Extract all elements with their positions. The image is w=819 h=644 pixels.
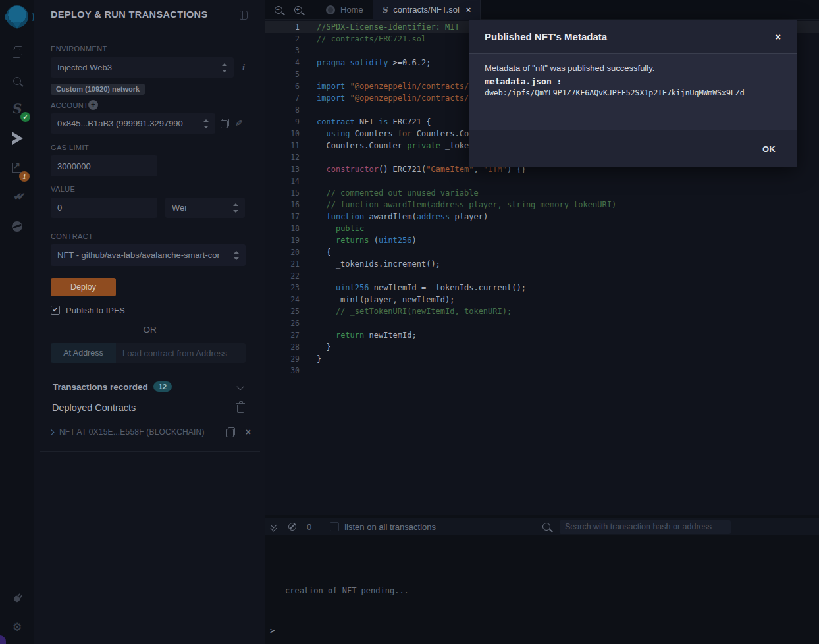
search-icon[interactable] bbox=[0, 70, 34, 92]
modal-ok-button[interactable]: OK bbox=[762, 144, 776, 154]
code-text bbox=[300, 153, 317, 162]
modal-close-icon[interactable]: × bbox=[775, 31, 781, 42]
tab-nft-sol[interactable]: S contracts/NFT.sol × bbox=[373, 0, 481, 20]
deploy-run-panel: DEPLOY & RUN TRANSACTIONS ENVIRONMENT In… bbox=[34, 0, 265, 644]
terminal-prompt: > bbox=[270, 626, 275, 635]
remove-contract-icon[interactable]: × bbox=[246, 427, 251, 437]
remix-logo-icon[interactable] bbox=[6, 5, 28, 28]
documentation-icon[interactable] bbox=[240, 11, 248, 20]
at-address-button[interactable]: At Address bbox=[51, 343, 116, 363]
at-address-input[interactable] bbox=[122, 348, 239, 358]
code-text: return newItemId; bbox=[300, 331, 417, 340]
code-text: returns (uint256) bbox=[300, 236, 417, 245]
contract-label: CONTRACT bbox=[51, 232, 93, 240]
listen-all-checkbox[interactable] bbox=[330, 522, 339, 531]
line-number: 14 bbox=[265, 175, 300, 187]
tab-home[interactable]: Home bbox=[317, 0, 373, 20]
remix-ide: S ✔ 1 ✔✔ ⚙ DEPLOY & RUN TRANSACTIONS ENV… bbox=[0, 0, 819, 644]
code-text: function awardItem(address player) bbox=[300, 212, 488, 221]
code-text: } bbox=[300, 354, 321, 363]
line-number: 18 bbox=[265, 223, 300, 234]
unit-testing-icon[interactable]: ✔✔ bbox=[0, 185, 34, 207]
icon-bar: S ✔ 1 ✔✔ ⚙ bbox=[0, 0, 34, 644]
copy-contract-icon[interactable] bbox=[226, 427, 235, 437]
close-tab-icon[interactable]: × bbox=[466, 5, 471, 14]
value-input[interactable] bbox=[57, 203, 151, 213]
select-arrows-icon bbox=[232, 203, 238, 213]
code-text: using Counters for Counters.Counter; bbox=[300, 129, 498, 138]
code-text: public bbox=[300, 224, 364, 233]
tab-bar: − + Home S contracts/NFT.sol × bbox=[265, 0, 819, 20]
code-line[interactable]: 14 bbox=[265, 175, 819, 187]
code-line[interactable]: 28 } bbox=[265, 341, 819, 353]
terminal-expand-icon[interactable] bbox=[271, 523, 277, 531]
code-line[interactable]: 18 public bbox=[265, 223, 819, 234]
code-line[interactable]: 20 { bbox=[265, 246, 819, 258]
analytics-icon[interactable]: 1 bbox=[0, 157, 34, 179]
deployed-contract-row[interactable]: NFT AT 0X15E...E558F (BLOCKCHAIN) × bbox=[49, 427, 251, 437]
terminal-output[interactable]: creation of NFT pending... > bbox=[265, 535, 819, 644]
debugger-icon[interactable] bbox=[0, 215, 34, 238]
account-select[interactable]: 0x845...B1aB3 (999991.3297990 bbox=[51, 113, 215, 134]
value-unit-select[interactable]: Wei bbox=[165, 198, 245, 218]
code-line[interactable]: 29} bbox=[265, 353, 819, 365]
solidity-compiler-icon[interactable]: S ✔ bbox=[0, 97, 34, 120]
code-line[interactable]: 24 _mint(player, newItemId); bbox=[265, 294, 819, 306]
code-text bbox=[300, 271, 317, 281]
deploy-button[interactable]: Deploy bbox=[51, 278, 116, 296]
info-icon[interactable]: i bbox=[242, 63, 245, 73]
code-text: // function awardItem(address player, st… bbox=[300, 200, 616, 209]
copy-account-icon[interactable] bbox=[221, 119, 229, 128]
code-text: Counters.Counter private _tokenIds; bbox=[300, 141, 492, 150]
gas-limit-input[interactable] bbox=[57, 161, 151, 171]
code-text: //SPDX-License-Identifier: MIT bbox=[300, 22, 460, 32]
contract-select[interactable]: NFT - github/ava-labs/avalanche-smart-co… bbox=[51, 244, 246, 266]
code-line[interactable]: 21 _tokenIds.increment(); bbox=[265, 258, 819, 270]
modal-body: Metadata of "nft" was published successf… bbox=[469, 54, 797, 130]
code-text: // commented out unused variable bbox=[300, 188, 479, 198]
code-text: } bbox=[300, 342, 331, 352]
transactions-recorded-row[interactable]: Transactions recorded 12 bbox=[53, 381, 172, 392]
compiler-success-badge: ✔ bbox=[20, 112, 30, 122]
code-line[interactable]: 23 uint256 newItemId = _tokenIds.current… bbox=[265, 282, 819, 294]
code-line[interactable]: 16 // function awardItem(address player,… bbox=[265, 199, 819, 211]
zoom-in-icon[interactable]: + bbox=[294, 6, 302, 14]
plugin-manager-icon[interactable] bbox=[0, 587, 34, 609]
add-account-icon[interactable]: + bbox=[88, 100, 98, 110]
chevron-down-icon[interactable] bbox=[236, 383, 244, 390]
code-line[interactable]: 17 function awardItem(address player) bbox=[265, 211, 819, 223]
environment-label: ENVIRONMENT bbox=[51, 45, 107, 53]
modal-footer: OK bbox=[469, 130, 797, 167]
code-text: contract NFT is ERC721 { bbox=[300, 117, 431, 126]
terminal-search-input[interactable] bbox=[565, 522, 726, 531]
published-metadata-modal: Published NFT's Metadata × Metadata of "… bbox=[469, 20, 797, 167]
zoom-out-icon[interactable]: − bbox=[275, 6, 282, 14]
terminal-bar: 0 listen on all transactions bbox=[265, 518, 819, 535]
line-number: 17 bbox=[265, 211, 300, 223]
code-line[interactable]: 30 bbox=[265, 365, 819, 377]
modal-title: Published NFT's Metadata bbox=[485, 31, 775, 42]
line-number: 22 bbox=[265, 270, 300, 282]
line-number: 12 bbox=[265, 151, 300, 163]
caret-right-icon[interactable] bbox=[48, 429, 55, 435]
code-line[interactable]: 15 // commented out unused variable bbox=[265, 187, 819, 199]
trash-icon[interactable] bbox=[237, 405, 244, 413]
modal-file-label: metadata.json : bbox=[485, 76, 781, 86]
code-line[interactable]: 19 returns (uint256) bbox=[265, 234, 819, 246]
gas-limit-label: GAS LIMIT bbox=[51, 144, 89, 151]
environment-select[interactable]: Injected Web3 bbox=[51, 57, 234, 78]
settings-icon[interactable]: ⚙ bbox=[0, 616, 34, 638]
code-line[interactable]: 26 bbox=[265, 317, 819, 329]
code-line[interactable]: 25 // _setTokenURI(newItemId, tokenURI); bbox=[265, 306, 819, 317]
terminal-search-field bbox=[560, 520, 731, 534]
code-line[interactable]: 22 bbox=[265, 270, 819, 282]
solidity-file-icon: S bbox=[381, 5, 388, 14]
deploy-run-icon[interactable] bbox=[0, 127, 34, 149]
edit-account-icon[interactable]: ✎ bbox=[235, 118, 243, 128]
select-arrows-icon bbox=[221, 63, 227, 72]
code-line[interactable]: 27 return newItemId; bbox=[265, 329, 819, 341]
file-explorer-icon[interactable] bbox=[0, 40, 34, 63]
clear-terminal-icon[interactable] bbox=[288, 523, 296, 531]
publish-ipfs-checkbox[interactable]: ✔ bbox=[51, 306, 60, 315]
select-arrows-icon bbox=[233, 251, 239, 260]
